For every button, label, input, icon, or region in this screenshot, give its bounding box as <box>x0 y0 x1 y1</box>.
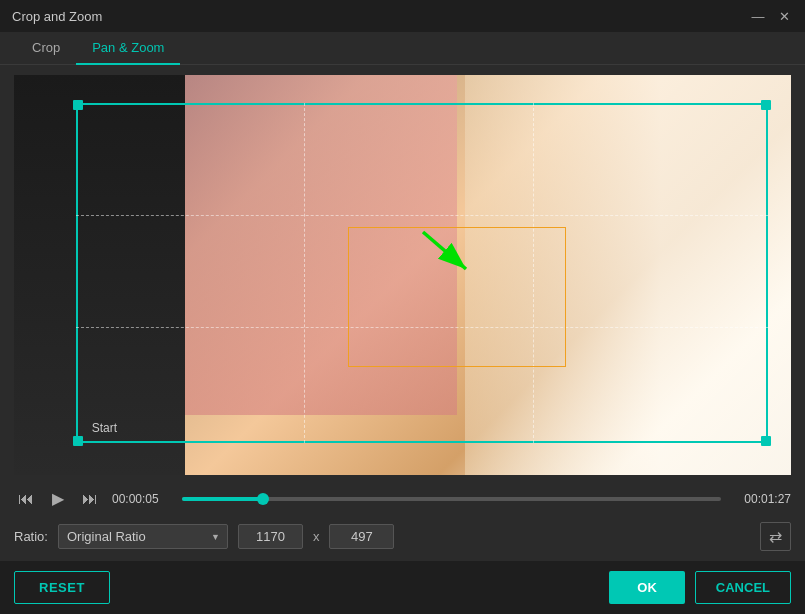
crop-and-zoom-window: Crop and Zoom — ✕ Crop Pan & Zoom <box>0 0 805 614</box>
bottom-action-bar: RESET OK CANCEL <box>0 561 805 614</box>
step-forward-button[interactable]: ⏭ <box>78 488 102 510</box>
ok-button[interactable]: OK <box>609 571 685 604</box>
video-preview-area: Start <box>14 75 791 475</box>
timeline-track[interactable] <box>182 497 721 501</box>
playback-controls: ⏮ ▶ ⏭ 00:00:05 00:01:27 <box>14 485 791 512</box>
tab-crop[interactable]: Crop <box>16 32 76 65</box>
tab-bar: Crop Pan & Zoom <box>0 32 805 65</box>
dimension-separator: x <box>313 529 320 544</box>
close-icon: ✕ <box>779 9 790 24</box>
width-input[interactable] <box>238 524 303 549</box>
minimize-button[interactable]: — <box>749 7 767 25</box>
play-button[interactable]: ▶ <box>48 487 68 510</box>
start-label: Start <box>92 421 117 435</box>
ratio-select[interactable]: Original Ratio 16:9 4:3 1:1 9:16 Custom <box>58 524 228 549</box>
close-button[interactable]: ✕ <box>775 7 793 25</box>
title-bar: Crop and Zoom — ✕ <box>0 0 805 32</box>
ratio-controls: Ratio: Original Ratio 16:9 4:3 1:1 9:16 … <box>14 522 791 551</box>
minimize-icon: — <box>752 9 765 24</box>
swap-icon: ⇄ <box>769 528 782 545</box>
video-pink-wall <box>185 75 457 415</box>
main-content: Start ⏮ ▶ ⏭ 00:00:05 00:01:27 Ratio: <box>0 65 805 561</box>
step-back-icon: ⏮ <box>18 490 34 508</box>
step-forward-icon: ⏭ <box>82 490 98 508</box>
current-time: 00:00:05 <box>112 492 172 506</box>
cancel-button[interactable]: CANCEL <box>695 571 791 604</box>
play-icon: ▶ <box>52 489 64 508</box>
step-back-button[interactable]: ⏮ <box>14 488 38 510</box>
reset-button[interactable]: RESET <box>14 571 110 604</box>
ratio-select-wrapper: Original Ratio 16:9 4:3 1:1 9:16 Custom <box>58 524 228 549</box>
end-time: 00:01:27 <box>731 492 791 506</box>
window-title: Crop and Zoom <box>12 9 102 24</box>
height-input[interactable] <box>329 524 394 549</box>
swap-dimensions-button[interactable]: ⇄ <box>760 522 791 551</box>
video-frame: Start <box>14 75 791 475</box>
window-controls: — ✕ <box>749 7 793 25</box>
tab-pan-zoom[interactable]: Pan & Zoom <box>76 32 180 65</box>
video-dark-left <box>14 75 185 475</box>
ratio-label: Ratio: <box>14 529 48 544</box>
timeline-thumb[interactable] <box>257 493 269 505</box>
video-right-area <box>465 75 791 475</box>
timeline-progress <box>182 497 263 501</box>
confirm-button-group: OK CANCEL <box>609 571 791 604</box>
